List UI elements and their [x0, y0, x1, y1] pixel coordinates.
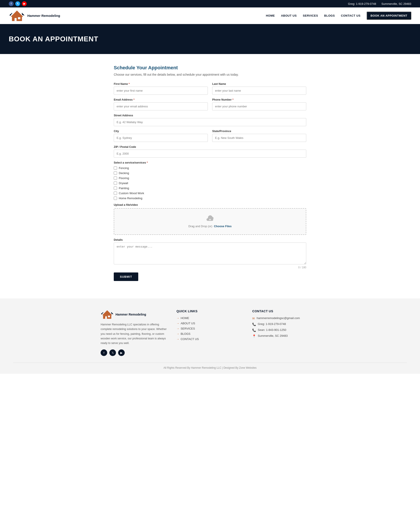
footer-logo-text: Hammer Remodeling: [115, 313, 146, 316]
drywall-label[interactable]: Drywall: [119, 182, 128, 185]
drywall-checkbox[interactable]: [114, 182, 117, 185]
footer-about-text: Hammer Remodeling LLC specializes in off…: [101, 322, 168, 345]
zip-label: ZIP / Postal Code: [114, 145, 306, 148]
nav-services[interactable]: SERVICES: [303, 14, 318, 17]
arrow-icon: →: [177, 332, 179, 335]
upload-cloud-icon: [121, 215, 299, 223]
footer-link-blogs[interactable]: → BLOGS: [177, 332, 244, 335]
svg-rect-1: [12, 17, 22, 21]
char-count: 0 / 180: [114, 266, 306, 269]
custom-wood-checkbox[interactable]: [114, 192, 117, 195]
first-name-group: First Name *: [114, 82, 208, 95]
state-input[interactable]: [212, 134, 306, 142]
details-group: Details 0 / 180: [114, 238, 306, 269]
footer-quick-links: QUICK LINKS → HOME → ABOUT US → SERVICES…: [177, 309, 244, 356]
last-name-label: Last Name: [212, 82, 306, 86]
footer-bottom-text: All Rights Reserved By Hammer Remodeling…: [163, 366, 257, 369]
footer-twitter-icon[interactable]: 𝕏: [109, 350, 116, 356]
nav-blogs[interactable]: BLOGS: [324, 14, 335, 17]
service-decking: Decking: [114, 171, 306, 175]
flooring-checkbox[interactable]: [114, 176, 117, 180]
quick-links-heading: QUICK LINKS: [177, 309, 244, 313]
main-content: Schedule Your Appointment Choose our ser…: [105, 65, 315, 281]
state-label: State/Province: [212, 130, 306, 133]
footer-link-services[interactable]: → SERVICES: [177, 327, 244, 330]
phone-icon: 📞: [252, 323, 256, 326]
nav-about[interactable]: ABOUT US: [281, 14, 297, 17]
service-drywall: Drywall: [114, 182, 306, 185]
email-icon: ✉: [252, 317, 255, 320]
submit-button[interactable]: SUBMIT: [114, 273, 138, 281]
footer-email: ✉ hammerremodelingsc@gmail.com: [252, 316, 319, 320]
painting-checkbox[interactable]: [114, 187, 117, 190]
service-home-remodeling: Home Remodeling: [114, 197, 306, 200]
footer-grid: Hammer Remodeling Hammer Remodeling LLC …: [101, 309, 319, 356]
street-label: Street Address: [114, 114, 306, 117]
main-nav: HOME ABOUT US SERVICES BLOGS CONTACT US …: [266, 11, 411, 20]
footer-link-contact[interactable]: → CONTACT US: [177, 337, 244, 341]
footer: Hammer Remodeling Hammer Remodeling LLC …: [0, 298, 420, 374]
form-subheading: Choose our services, fill out the detail…: [114, 73, 306, 76]
painting-label[interactable]: Painting: [119, 187, 129, 190]
social-links: f 𝕏 ▶: [9, 1, 27, 6]
twitter-icon[interactable]: 𝕏: [15, 1, 20, 6]
email-input[interactable]: [114, 102, 208, 110]
footer-logo-area: Hammer Remodeling: [101, 309, 168, 319]
service-flooring: Flooring: [114, 176, 306, 180]
first-name-input[interactable]: [114, 87, 208, 95]
location-icon: 📍: [252, 334, 256, 338]
svg-marker-8: [102, 310, 112, 315]
arrow-icon: →: [177, 316, 179, 320]
footer-youtube-icon[interactable]: ▶: [118, 350, 125, 356]
phone-group: Phone Number *: [212, 98, 306, 110]
footer-link-home[interactable]: → HOME: [177, 316, 244, 320]
footer-contact-heading: CONTACT US: [252, 309, 319, 313]
upload-zone[interactable]: Drag and Drop (or) Choose Files: [114, 208, 306, 235]
details-textarea[interactable]: [114, 242, 306, 264]
phone-label: Phone Number *: [212, 98, 306, 101]
upload-text: Drag and Drop (or) Choose Files: [121, 225, 299, 228]
service-custom-wood: Custom Wood Work: [114, 192, 306, 195]
fencing-checkbox[interactable]: [114, 166, 117, 170]
fencing-label[interactable]: Fencing: [119, 166, 129, 170]
street-input[interactable]: [114, 118, 306, 126]
logo-area: Hammer Remodeling: [9, 10, 60, 22]
upload-group: Upload a file/video Drag and Drop (or) C…: [114, 203, 306, 235]
hero-title: BOOK AN APPOINTMENT: [9, 35, 411, 43]
decking-checkbox[interactable]: [114, 171, 117, 175]
last-name-input[interactable]: [212, 87, 306, 95]
home-remodeling-label[interactable]: Home Remodeling: [119, 197, 143, 200]
logo-text: Hammer Remodeling: [27, 14, 60, 18]
svg-rect-2: [15, 18, 17, 21]
footer-link-about[interactable]: → ABOUT US: [177, 322, 244, 325]
nav-contact[interactable]: CONTACT US: [341, 14, 361, 17]
footer-social: f 𝕏 ▶: [101, 350, 168, 356]
logo-icon: [9, 10, 25, 22]
facebook-icon[interactable]: f: [9, 1, 13, 6]
book-appointment-nav-button[interactable]: BOOK AN APPOINTMENT: [367, 11, 411, 20]
details-label: Details: [114, 238, 306, 242]
flooring-label[interactable]: Flooring: [119, 176, 129, 180]
footer-logo-icon: [101, 309, 114, 319]
youtube-icon[interactable]: ▶: [22, 1, 27, 6]
home-remodeling-checkbox[interactable]: [114, 197, 117, 200]
svg-rect-15: [111, 313, 113, 314]
custom-wood-label[interactable]: Custom Wood Work: [119, 192, 144, 195]
form-heading: Schedule Your Appointment: [114, 65, 306, 71]
email-label: Email Address *: [114, 98, 208, 101]
svg-rect-7: [22, 13, 24, 15]
svg-rect-10: [105, 316, 107, 319]
city-input[interactable]: [114, 134, 208, 142]
footer-contact: CONTACT US ✉ hammerremodelingsc@gmail.co…: [252, 309, 319, 356]
top-location: Summerville, SC 29483: [381, 2, 411, 5]
svg-marker-0: [11, 11, 23, 17]
top-contact: Greg: 1-919-279-0748 Summerville, SC 294…: [348, 2, 411, 5]
zip-input[interactable]: [114, 150, 306, 158]
nav-home[interactable]: HOME: [266, 14, 275, 17]
decking-label[interactable]: Decking: [119, 171, 129, 175]
footer-facebook-icon[interactable]: f: [101, 350, 107, 356]
phone-input[interactable]: [212, 102, 306, 110]
arrow-icon: →: [177, 337, 179, 341]
services-group: Select a service/services * Fencing Deck…: [114, 161, 306, 200]
choose-files-link[interactable]: Choose Files: [214, 225, 232, 228]
